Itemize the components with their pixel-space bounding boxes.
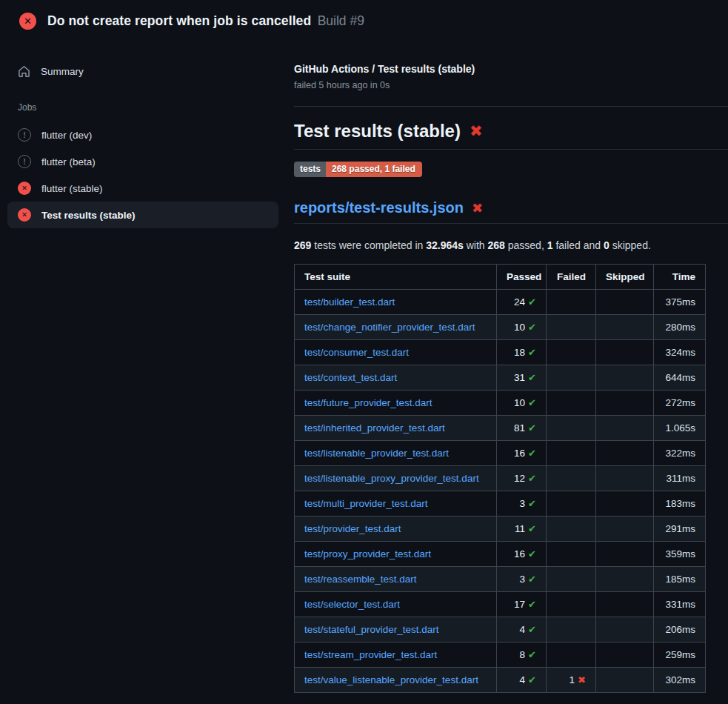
- summary-segment: failed and: [553, 239, 604, 251]
- test-suite-link[interactable]: test/stateful_provider_test.dart: [304, 624, 439, 635]
- cell-time: 280ms: [654, 315, 706, 340]
- check-icon: ✔: [528, 649, 536, 660]
- cross-icon: ✖: [578, 674, 586, 685]
- test-suite-link[interactable]: test/proxy_provider_test.dart: [304, 548, 431, 559]
- results-table: Test suitePassedFailedSkippedTime test/b…: [294, 264, 706, 693]
- cell-passed: 31✔: [497, 365, 547, 391]
- check-icon: ✔: [528, 599, 536, 610]
- sidebar-item-flutter-stable[interactable]: ✕flutter (stable): [7, 175, 278, 202]
- cell-test-suite: test/stateful_provider_test.dart: [295, 617, 497, 642]
- table-row: test/context_test.dart31✔644ms: [295, 365, 706, 391]
- page-header: ✕ Do not create report when job is cance…: [0, 0, 728, 41]
- summary-segment: passed,: [505, 239, 547, 251]
- test-suite-link[interactable]: test/future_provider_test.dart: [304, 397, 433, 408]
- sidebar-item-label: Test results (stable): [41, 210, 136, 221]
- run-status-text: failed 5 hours ago in 0s: [294, 80, 728, 90]
- cell-skipped: [596, 567, 654, 592]
- cell-failed: 1✖: [547, 668, 596, 693]
- cell-test-suite: test/listenable_provider_test.dart: [295, 441, 497, 466]
- sidebar-item-flutter-beta[interactable]: !flutter (beta): [7, 148, 278, 175]
- cell-test-suite: test/consumer_test.dart: [295, 340, 497, 365]
- cell-skipped: [596, 315, 654, 340]
- cell-failed: [547, 416, 596, 441]
- cell-passed: 10✔: [497, 315, 547, 340]
- jobs-list: !flutter (dev)!flutter (beta)✕flutter (s…: [7, 122, 278, 228]
- jobs-heading: Jobs: [7, 98, 278, 122]
- column-header-failed: Failed: [547, 265, 596, 290]
- check-icon: ✔: [528, 574, 536, 585]
- table-row: test/consumer_test.dart18✔324ms: [295, 340, 706, 365]
- table-row: test/value_listenable_provider_test.dart…: [295, 668, 706, 693]
- check-icon: ✔: [528, 624, 536, 635]
- sidebar-item-label: flutter (stable): [41, 183, 103, 194]
- cell-skipped: [596, 617, 654, 642]
- table-row: test/stream_provider_test.dart8✔259ms: [295, 642, 706, 668]
- cell-failed: [547, 517, 596, 542]
- x-circle-icon: ✕: [19, 13, 36, 30]
- cell-test-suite: test/change_notifier_provider_test.dart: [295, 315, 497, 340]
- test-suite-link[interactable]: test/selector_test.dart: [304, 599, 400, 610]
- check-icon: ✔: [528, 674, 536, 685]
- cell-passed: 11✔: [497, 517, 547, 542]
- badge-value: 268 passed, 1 failed: [326, 162, 422, 177]
- cell-passed: 81✔: [497, 416, 547, 441]
- test-suite-link[interactable]: test/value_listenable_provider_test.dart: [304, 674, 478, 685]
- test-suite-link[interactable]: test/listenable_proxy_provider_test.dart: [304, 473, 479, 484]
- cell-skipped: [596, 466, 654, 491]
- cell-time: 272ms: [654, 391, 706, 416]
- cross-mark-icon: ✖: [470, 122, 483, 140]
- sidebar-item-label: Summary: [41, 66, 84, 77]
- table-row: test/proxy_provider_test.dart16✔359ms: [295, 542, 706, 567]
- summary-segment: 269: [294, 239, 311, 251]
- sidebar-item-test-results-stable[interactable]: ✕Test results (stable): [7, 202, 278, 228]
- cell-time: 311ms: [654, 466, 706, 491]
- main-content: GitHub Actions / Test results (stable) f…: [289, 41, 728, 693]
- table-row: test/listenable_proxy_provider_test.dart…: [295, 466, 706, 491]
- test-suite-link[interactable]: test/builder_test.dart: [304, 296, 395, 308]
- cell-failed: [547, 466, 596, 491]
- report-heading: reports/test-results.json ✖: [294, 199, 728, 224]
- cell-passed: 17✔: [497, 592, 547, 617]
- sidebar-item-flutter-dev[interactable]: !flutter (dev): [7, 122, 278, 148]
- test-suite-link[interactable]: test/provider_test.dart: [304, 523, 401, 534]
- test-suite-link[interactable]: test/stream_provider_test.dart: [304, 649, 437, 660]
- summary-segment: tests were completed in: [311, 239, 426, 251]
- cell-passed: 24✔: [497, 290, 547, 315]
- cell-skipped: [596, 542, 654, 567]
- cell-test-suite: test/selector_test.dart: [295, 592, 497, 617]
- cell-test-suite: test/context_test.dart: [295, 365, 497, 391]
- sidebar-item-label: flutter (dev): [41, 130, 92, 141]
- test-suite-link[interactable]: test/reassemble_test.dart: [304, 574, 417, 585]
- cell-skipped: [596, 290, 654, 315]
- check-icon: ✔: [528, 296, 536, 308]
- cell-failed: [547, 491, 596, 517]
- cell-failed: [547, 391, 596, 416]
- sidebar-item-label: flutter (beta): [41, 156, 96, 167]
- report-file-link[interactable]: reports/test-results.json: [294, 199, 464, 216]
- cell-time: 375ms: [654, 290, 706, 315]
- summary-segment: 268: [488, 239, 505, 251]
- test-suite-link[interactable]: test/inherited_provider_test.dart: [304, 422, 445, 434]
- cell-failed: [547, 340, 596, 365]
- check-icon: ✔: [528, 347, 536, 358]
- test-suite-link[interactable]: test/context_test.dart: [304, 372, 397, 383]
- check-icon: ✔: [528, 372, 536, 383]
- sidebar-item-summary[interactable]: Summary: [7, 59, 278, 84]
- cell-passed: 12✔: [497, 466, 547, 491]
- cell-test-suite: test/future_provider_test.dart: [295, 391, 497, 416]
- cell-skipped: [596, 365, 654, 391]
- cell-failed: [547, 567, 596, 592]
- table-row: test/change_notifier_provider_test.dart1…: [295, 315, 706, 340]
- cell-test-suite: test/provider_test.dart: [295, 517, 497, 542]
- test-suite-link[interactable]: test/consumer_test.dart: [304, 347, 409, 358]
- cell-failed: [547, 441, 596, 466]
- cell-skipped: [596, 416, 654, 441]
- cell-skipped: [596, 642, 654, 668]
- test-suite-link[interactable]: test/change_notifier_provider_test.dart: [304, 322, 475, 333]
- test-suite-link[interactable]: test/multi_provider_test.dart: [304, 498, 428, 509]
- cell-failed: [547, 642, 596, 668]
- cell-passed: 4✔: [497, 668, 547, 693]
- alert-circle-icon: !: [18, 155, 31, 168]
- table-row: test/reassemble_test.dart3✔185ms: [295, 567, 706, 592]
- test-suite-link[interactable]: test/listenable_provider_test.dart: [304, 448, 449, 459]
